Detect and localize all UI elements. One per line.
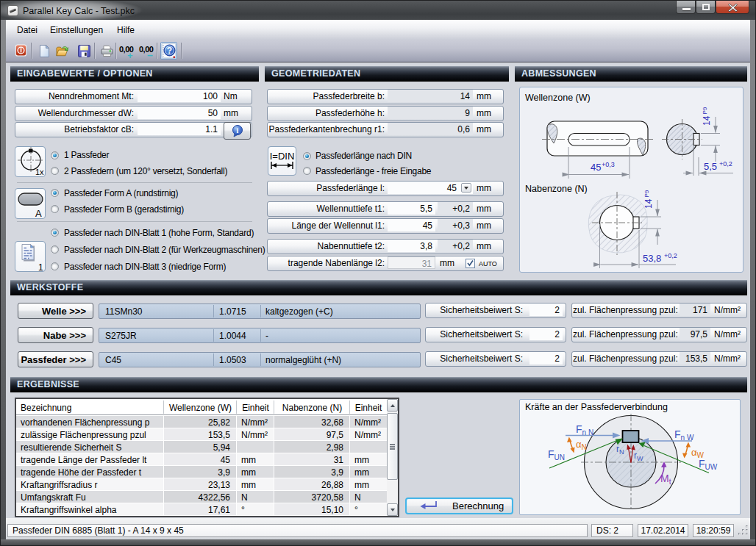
svg-text:+0,2: +0,2 [719,160,732,168]
svg-text:1x: 1x [35,168,44,176]
svg-text:14 P9: 14 P9 [702,107,712,126]
svg-text:Wellenzone (W): Wellenzone (W) [525,93,591,103]
svg-text:αN: αN [576,439,587,451]
svg-text:Fn N: Fn N [576,423,593,437]
svg-text:+0,3: +0,3 [602,161,615,168]
svg-text:αW: αW [691,447,705,459]
svg-text:1: 1 [38,262,43,271]
svg-text:53,8: 53,8 [643,253,661,264]
svg-text:i: i [236,126,238,134]
svg-text:Kräfte an der Passfederverbind: Kräfte an der Passfederverbindung [525,402,668,412]
svg-text:45: 45 [591,162,601,173]
svg-text:FUN: FUN [548,448,565,461]
svg-text:I=DIN: I=DIN [270,151,295,162]
svg-text:+0,2: +0,2 [664,252,677,259]
svg-text:14 P9: 14 P9 [643,190,654,209]
svg-text:Nabenzone (N): Nabenzone (N) [525,184,588,194]
svg-text:?: ? [167,46,172,56]
svg-text:5,5: 5,5 [704,161,717,172]
svg-text:Fn W: Fn W [674,428,694,442]
svg-text:A: A [35,208,42,218]
svg-text:FUW: FUW [699,458,718,471]
